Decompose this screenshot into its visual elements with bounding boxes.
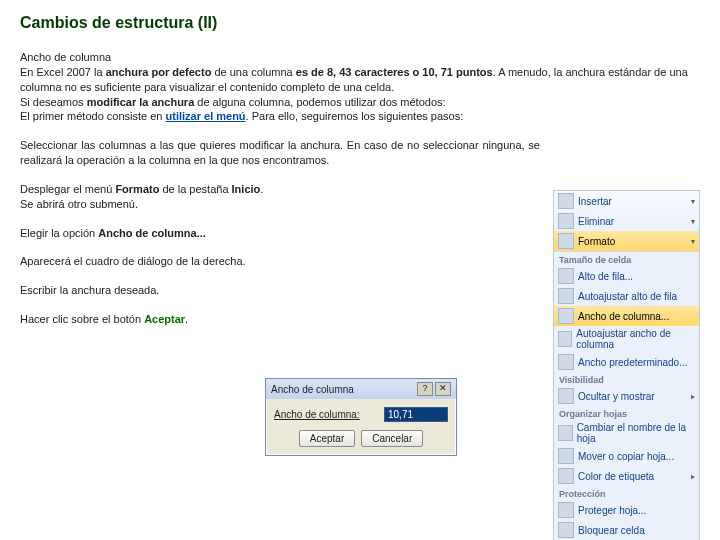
chevron-icon: ▾ xyxy=(691,217,695,226)
menu-item[interactable]: Ancho de columna... xyxy=(554,306,699,326)
menu-item[interactable]: Formato▾ xyxy=(554,231,699,251)
menu-group-protection: Protección xyxy=(554,486,699,500)
menu-item-icon xyxy=(558,448,574,464)
menu-item-icon xyxy=(558,468,574,484)
ok-button[interactable]: Aceptar xyxy=(299,430,355,447)
menu-item[interactable]: Alto de fila... xyxy=(554,266,699,286)
excel-format-menu: Insertar▾Eliminar▾Formato▾ Tamaño de cel… xyxy=(553,190,700,540)
menu-group-sheets: Organizar hojas xyxy=(554,406,699,420)
chevron-icon: ▸ xyxy=(691,392,695,401)
dialog-help-button[interactable]: ? xyxy=(417,382,433,396)
menu-item-icon xyxy=(558,388,574,404)
menu-item-icon xyxy=(558,331,572,347)
paragraph-intro: Ancho de columna En Excel 2007 la anchur… xyxy=(20,50,700,124)
paragraph-select: Seleccionar las columnas a las que quier… xyxy=(20,138,700,168)
menu-item[interactable]: Mover o copiar hoja... xyxy=(554,446,699,466)
menu-item[interactable]: Color de etiqueta▸ xyxy=(554,466,699,486)
dialog-label: Ancho de columna: xyxy=(274,409,384,420)
menu-item-icon xyxy=(558,268,574,284)
menu-item[interactable]: Cambiar el nombre de la hoja xyxy=(554,420,699,446)
menu-item-icon xyxy=(558,213,574,229)
menu-item-icon xyxy=(558,502,574,518)
menu-item-icon xyxy=(558,233,574,249)
link-use-menu[interactable]: utilizar el menú xyxy=(166,110,246,122)
menu-item[interactable]: Eliminar▾ xyxy=(554,211,699,231)
menu-group-size: Tamaño de celda xyxy=(554,252,699,266)
cancel-button[interactable]: Cancelar xyxy=(361,430,423,447)
chevron-icon: ▾ xyxy=(691,197,695,206)
menu-item-icon xyxy=(558,193,574,209)
page-title: Cambios de estructura (II) xyxy=(20,14,700,32)
menu-item[interactable]: Ancho predeterminado... xyxy=(554,352,699,372)
dialog-close-button[interactable]: ✕ xyxy=(435,382,451,396)
menu-item[interactable]: Insertar▾ xyxy=(554,191,699,211)
column-width-input[interactable]: 10,71 xyxy=(384,407,448,422)
column-width-dialog: Ancho de columna ? ✕ Ancho de columna: 1… xyxy=(265,378,457,456)
menu-item-icon xyxy=(558,522,574,538)
menu-group-visibility: Visibilidad xyxy=(554,372,699,386)
menu-item[interactable]: Autoajustar alto de fila xyxy=(554,286,699,306)
menu-item-icon xyxy=(558,308,574,324)
menu-item[interactable]: Bloquear celda xyxy=(554,520,699,540)
menu-item-icon xyxy=(558,288,574,304)
menu-item[interactable]: Ocultar y mostrar▸ xyxy=(554,386,699,406)
chevron-icon: ▸ xyxy=(691,472,695,481)
intro-heading: Ancho de columna xyxy=(20,51,111,63)
menu-item-icon xyxy=(558,425,573,441)
chevron-icon: ▾ xyxy=(691,237,695,246)
menu-item[interactable]: Autoajustar ancho de columna xyxy=(554,326,699,352)
menu-item[interactable]: Proteger hoja... xyxy=(554,500,699,520)
menu-item-icon xyxy=(558,354,574,370)
dialog-title: Ancho de columna xyxy=(271,384,354,395)
